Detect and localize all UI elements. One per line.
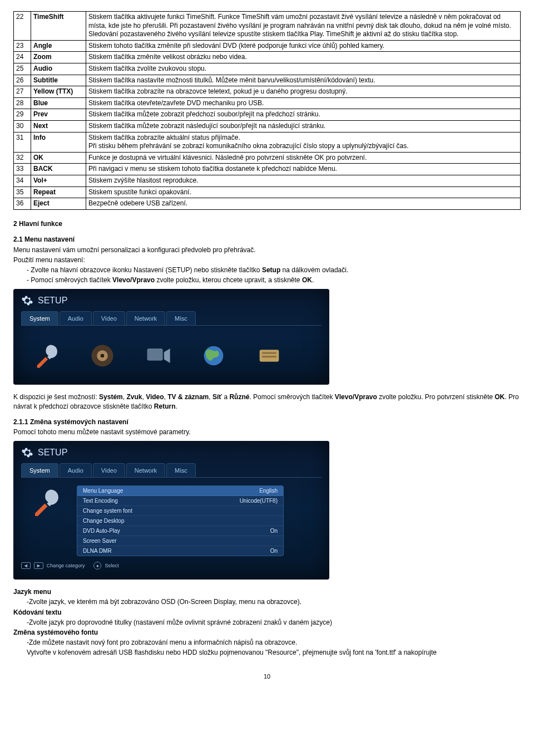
setup-screenshot-2: SETUP SystemAudioVideoNetworkMisc Menu L…	[13, 441, 329, 580]
speaker-icon	[82, 339, 122, 372]
settings-row-value: On	[270, 548, 278, 554]
tab-network[interactable]: Network	[126, 463, 165, 477]
row-number: 36	[14, 198, 31, 210]
row-number: 31	[14, 132, 31, 152]
table-row: 30NextStiskem tlačítka můžete zobrazit n…	[14, 120, 521, 132]
settings-row-label: DVD Auto-Play	[83, 528, 120, 534]
row-name: Audio	[31, 63, 86, 75]
row-name: Subtitle	[31, 75, 86, 86]
tab-video[interactable]: Video	[93, 463, 125, 477]
gear-icon	[21, 294, 33, 307]
para-six-options: K dispozici je šest možností: Systém, Zv…	[13, 392, 521, 410]
row-desc: Stiskem tlačítka aktivujete funkci TimeS…	[86, 12, 521, 41]
row-name: Vol+	[31, 175, 86, 186]
setup2-settings-list: Menu LanguageEnglishText EncodingUnicode…	[77, 485, 284, 556]
settings-row-label: Screen Saver	[83, 538, 117, 544]
row-name: Repeat	[31, 186, 86, 198]
row-name: Zoom	[31, 52, 86, 63]
setup2-title-row: SETUP	[21, 446, 322, 459]
svg-rect-7	[262, 356, 276, 357]
tab-misc[interactable]: Misc	[166, 311, 196, 325]
row-number: 32	[14, 152, 31, 164]
row-name: Next	[31, 120, 86, 132]
tab-system[interactable]: System	[21, 463, 58, 477]
settings-row[interactable]: Change system font	[77, 506, 283, 516]
settings-row-value: English	[259, 488, 278, 494]
setup1-title-row: SETUP	[21, 294, 322, 307]
row-desc: Stiskem tohoto tlačítka změníte při sled…	[86, 40, 521, 52]
settings-row-label: Text Encoding	[83, 498, 118, 504]
setup-screenshot-1: SETUP SystemAudioVideoNetworkMisc	[13, 289, 329, 385]
tab-network[interactable]: Network	[126, 311, 165, 325]
tab-video[interactable]: Video	[93, 311, 125, 325]
row-number: 23	[14, 40, 31, 52]
table-row: 29PrevStiskem tlačítka můžete zobrazit p…	[14, 109, 521, 121]
bullet-arrows: - Pomocí směrových tlačítek Vlevo/Vpravo…	[27, 276, 521, 284]
row-number: 27	[14, 86, 31, 98]
row-number: 33	[14, 164, 31, 175]
setup2-title: SETUP	[38, 448, 67, 458]
table-row: 35RepeatStiskem spustíte funkci opakován…	[14, 186, 521, 198]
row-number: 35	[14, 186, 31, 198]
svg-rect-6	[262, 352, 276, 354]
settings-row-label: Menu Language	[83, 488, 123, 494]
tab-misc[interactable]: Misc	[166, 463, 196, 477]
svg-point-2	[101, 354, 105, 358]
row-name: Blue	[31, 97, 86, 109]
ok-hint-icon: ●	[93, 562, 101, 570]
settings-row-label: Change Desktop	[83, 518, 125, 524]
table-row: 25AudioStiskem tlačítka zvolíte zvukovou…	[14, 63, 521, 75]
table-row: 27Yellow (TTX)Stiskem tlačítka zobrazíte…	[14, 86, 521, 98]
row-desc: Stiskem tlačítka nastavíte možnosti titu…	[86, 75, 521, 86]
row-desc: Bezpečně odebere USB zařízení.	[86, 198, 521, 210]
row-number: 28	[14, 97, 31, 109]
page-number: 10	[13, 673, 521, 680]
setup1-tabs: SystemAudioVideoNetworkMisc	[21, 311, 322, 326]
bullet-setup: - Zvolte na hlavní obrazovce ikonku Nast…	[27, 266, 521, 274]
table-row: 34Vol+Stiskem zvýšíte hlasitost reproduk…	[14, 175, 521, 186]
font-title: Změna systémového fontu	[13, 628, 521, 637]
table-row: 36EjectBezpečně odebere USB zařízení.	[14, 198, 521, 210]
settings-row[interactable]: Text EncodingUnicode(UTF8)	[77, 496, 283, 506]
row-number: 30	[14, 120, 31, 132]
section-2-1-1-heading: 2.1.1 Změna systémových nastavení	[13, 418, 521, 426]
setup1-icon-row	[21, 331, 322, 375]
tab-system[interactable]: System	[21, 311, 58, 325]
row-desc: Stiskem tlačítka zobrazíte na obrazovce …	[86, 86, 521, 98]
gear-icon	[21, 446, 33, 459]
row-desc: Stiskem tlačítka změníte velikost obrázk…	[86, 52, 521, 63]
settings-row-label: Change system font	[83, 508, 132, 514]
section-2-heading: 2 Hlavní funkce	[13, 220, 521, 228]
table-row: 32OKFunkce je dostupná ve virtuální kláv…	[14, 152, 521, 164]
settings-row-value: On	[270, 528, 278, 534]
row-desc: Stiskem tlačítka můžete zobrazit předcho…	[86, 109, 521, 121]
table-row: 31InfoStiskem tlačítka zobrazíte aktuáln…	[14, 132, 521, 152]
enc-title: Kódování textu	[13, 608, 521, 617]
section-2-1-1-body: Pomocí tohoto menu můžete nastavit systé…	[13, 428, 521, 436]
row-number: 29	[14, 109, 31, 121]
row-name: Prev	[31, 109, 86, 121]
tab-audio[interactable]: Audio	[60, 311, 92, 325]
settings-row[interactable]: DVD Auto-PlayOn	[77, 526, 283, 536]
row-number: 24	[14, 52, 31, 63]
table-row: 28BlueStiskem tlačítka otevřete/zavřete …	[14, 97, 521, 109]
settings-row[interactable]: DLNA DMROn	[77, 546, 283, 556]
tab-audio[interactable]: Audio	[60, 463, 92, 477]
right-arrow-icon: ►	[34, 562, 43, 569]
tools-icon	[21, 485, 71, 519]
row-name: Angle	[31, 40, 86, 52]
font-body-2: Vytvořte v kořenovém adresáři USB flashd…	[27, 648, 521, 657]
setup2-footer-hint: ◄ ► Change category ● Select	[21, 562, 322, 570]
setup1-title: SETUP	[38, 296, 67, 306]
row-desc: Funkce je dostupná ve virtuální klávesni…	[86, 152, 521, 164]
section-2-1-heading: 2.1 Menu nastavení	[13, 235, 521, 243]
table-row: 26SubtitleStiskem tlačítka nastavíte mož…	[14, 75, 521, 86]
settings-row[interactable]: Menu LanguageEnglish	[77, 486, 283, 496]
settings-row[interactable]: Change Desktop	[77, 516, 283, 526]
row-name: BACK	[31, 164, 86, 175]
settings-row[interactable]: Screen Saver	[77, 536, 283, 546]
table-row: 24ZoomStiskem tlačítka změníte velikost …	[14, 52, 521, 63]
table-row: 22TimeShiftStiskem tlačítka aktivujete f…	[14, 12, 521, 41]
left-arrow-icon: ◄	[21, 562, 31, 569]
row-name: Eject	[31, 198, 86, 210]
